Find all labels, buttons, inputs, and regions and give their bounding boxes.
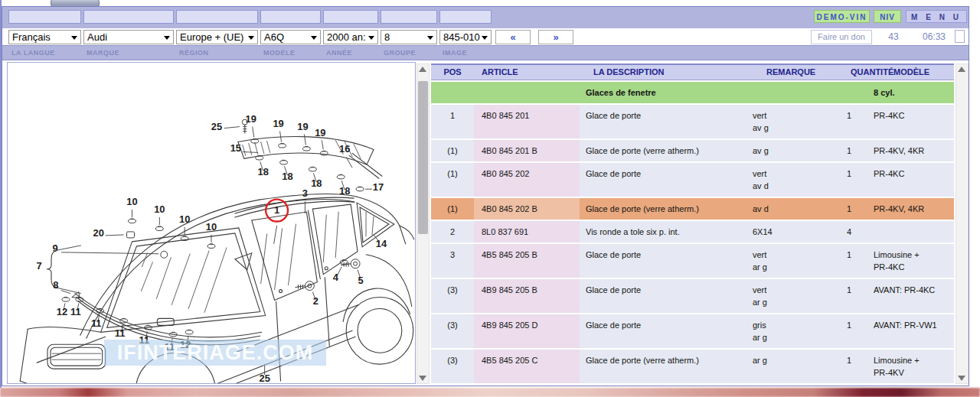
column-label-3: MODÈLE xyxy=(263,49,296,57)
watermark: IFINTERIAGE.COM xyxy=(104,340,326,366)
chevron-down-icon xyxy=(427,36,433,40)
top-strip xyxy=(0,0,980,6)
table-header: POS ARTICLE LA DESCRIPTION REMARQUE QUAN… xyxy=(431,63,954,80)
diagram-callout-2[interactable]: 2 xyxy=(313,295,318,307)
chevron-down-icon xyxy=(311,36,317,40)
filter-band: DEMO-VIN NIV M E N U xyxy=(2,7,969,29)
diagram-callout-19[interactable]: 19 xyxy=(273,118,283,129)
diagram-callout-18[interactable]: 18 xyxy=(311,177,322,189)
column-label-6: IMAGE xyxy=(443,49,467,57)
diagram-callout-25[interactable]: 25 xyxy=(259,373,270,383)
table-row-selected[interactable]: (1)4B0 845 202 BGlace de porte (verre at… xyxy=(431,198,954,220)
table-row[interactable]: 34B5 845 205 BGlace de portevertar g1Lim… xyxy=(431,244,954,278)
col-header-article: ARTICLE xyxy=(474,65,587,80)
select-image[interactable]: 845-010 xyxy=(439,30,492,44)
diagram-callout-19[interactable]: 19 xyxy=(297,121,308,132)
diagram-callout-10[interactable]: 10 xyxy=(154,203,165,215)
table-row[interactable]: 28L0 837 691Vis ronde a tole six p. int.… xyxy=(431,221,954,242)
diagram-callout-11[interactable]: 11 xyxy=(115,327,126,339)
chevron-down-icon xyxy=(482,36,488,40)
diagram-callout-1[interactable]: 1 xyxy=(274,204,279,216)
filter-box-5[interactable] xyxy=(381,10,437,24)
diagram-callout-18[interactable]: 18 xyxy=(257,166,268,177)
diagram-scrollbar[interactable] xyxy=(416,63,430,384)
diagram-callout-19[interactable]: 19 xyxy=(246,113,256,125)
chevron-down-icon xyxy=(248,36,254,40)
scrollbar-thumb[interactable] xyxy=(418,81,428,234)
diagram-callout-18[interactable]: 18 xyxy=(282,171,292,182)
donate-button[interactable]: Faire un don xyxy=(811,30,872,44)
table-row[interactable]: (3)4B9 845 205 BGlace de portevertar g1A… xyxy=(431,279,954,313)
select-r-gion[interactable]: Europe + (UE) xyxy=(176,30,258,44)
diagram-callout-14[interactable]: 14 xyxy=(376,238,387,249)
group-header-row[interactable]: Glaces de fenetre 8 cyl. xyxy=(431,82,954,103)
column-label-2: RÉGION xyxy=(179,49,209,57)
chevron-down-icon xyxy=(71,36,77,40)
scroll-down-icon[interactable] xyxy=(419,376,426,381)
table-row[interactable]: (1)4B0 845 201 BGlace de porte (verre at… xyxy=(431,140,954,161)
table-row[interactable]: (1)4B0 845 202Glace de portevertav d1PR-… xyxy=(431,163,954,197)
table-scrollbar[interactable] xyxy=(956,63,969,384)
diagram-callout-18[interactable]: 18 xyxy=(339,185,350,197)
mini-checkbox[interactable] xyxy=(955,30,965,43)
select-mod-le[interactable]: A6Q xyxy=(260,30,321,44)
column-label-0: LA LANGUE xyxy=(11,49,55,57)
niv-button[interactable]: NIV xyxy=(874,10,901,23)
diagram-callout-4[interactable]: 4 xyxy=(333,272,339,283)
group-modele: 8 cyl. xyxy=(867,82,954,103)
filter-box-0[interactable] xyxy=(8,10,81,24)
diagram-callout-10[interactable]: 10 xyxy=(179,213,190,225)
scroll-up-icon[interactable] xyxy=(958,67,965,72)
col-header-remarque: REMARQUE xyxy=(760,65,851,80)
chevron-down-icon xyxy=(164,36,170,40)
column-label-1: MARQUE xyxy=(87,49,119,57)
column-label-4: ANNÉE xyxy=(326,49,352,57)
column-label-5: GROUPE xyxy=(384,49,416,57)
diagram-callout-11[interactable]: 11 xyxy=(70,306,81,317)
demo-vin-button[interactable]: DEMO-VIN xyxy=(814,10,870,23)
filter-box-2[interactable] xyxy=(176,10,258,24)
background-banner xyxy=(0,388,980,397)
select-la-langue[interactable]: Français xyxy=(8,30,81,44)
filter-box-1[interactable] xyxy=(83,10,174,24)
filter-box-6[interactable] xyxy=(439,10,492,24)
table-row[interactable]: (3)4B9 845 205 DGlace de portegrisar g1A… xyxy=(431,314,954,348)
select-marque[interactable]: Audi xyxy=(83,30,174,44)
scroll-down-icon[interactable] xyxy=(958,376,965,381)
diagram-callout-11[interactable]: 11 xyxy=(91,317,102,329)
diagram-callout-12[interactable]: 12 xyxy=(57,306,67,317)
diagram-callout-10[interactable]: 10 xyxy=(206,221,217,233)
group-title: Glaces de fenetre xyxy=(580,82,746,103)
diagram-callout-3[interactable]: 3 xyxy=(302,187,308,199)
col-header-modele: MODÈLE xyxy=(887,65,954,80)
table-row[interactable]: (3)4B5 845 205 CGlace de porte (verre at… xyxy=(431,350,954,383)
diagram-callout-5[interactable]: 5 xyxy=(358,275,363,286)
timer-value: 06:33 xyxy=(918,31,950,42)
filter-box-4[interactable] xyxy=(323,10,378,24)
prev-image-button[interactable]: « xyxy=(495,30,531,44)
diagram-callout-16[interactable]: 16 xyxy=(339,143,350,155)
counter-value: 43 xyxy=(880,31,907,42)
diagram-callout-19[interactable]: 19 xyxy=(315,127,325,138)
menu-button[interactable]: M E N U xyxy=(906,10,967,23)
diagram-callout-20[interactable]: 20 xyxy=(93,227,104,239)
diagram-callout-10[interactable]: 10 xyxy=(126,196,137,207)
col-header-pos: POS xyxy=(431,65,474,80)
parts-diagram-panel[interactable]: 2519191919151618181818173110101010209781… xyxy=(7,62,416,384)
diagram-callout-8[interactable]: 8 xyxy=(53,279,58,291)
select-ann-e[interactable]: 2000 an: xyxy=(323,30,378,44)
diagram-callout-7[interactable]: 7 xyxy=(36,260,41,272)
table-row[interactable]: 14B0 845 201Glace de portevertav g1PR-4K… xyxy=(431,105,954,138)
col-header-description: LA DESCRIPTION xyxy=(587,65,760,80)
select-groupe[interactable]: 8 xyxy=(381,30,437,44)
diagram-callout-17[interactable]: 17 xyxy=(373,181,384,193)
parts-table: POS ARTICLE LA DESCRIPTION REMARQUE QUAN… xyxy=(431,63,954,384)
chevron-down-icon xyxy=(368,36,374,40)
filter-box-3[interactable] xyxy=(260,10,321,24)
scroll-up-icon[interactable] xyxy=(419,67,426,72)
next-image-button[interactable]: » xyxy=(538,30,573,44)
diagram-callout-25[interactable]: 25 xyxy=(211,121,222,132)
col-header-quantite: QUANTITÉ xyxy=(851,65,887,80)
diagram-callout-15[interactable]: 15 xyxy=(230,142,241,154)
selector-row: FrançaisAudiEurope + (UE)A6Q2000 an:8845… xyxy=(2,28,969,45)
